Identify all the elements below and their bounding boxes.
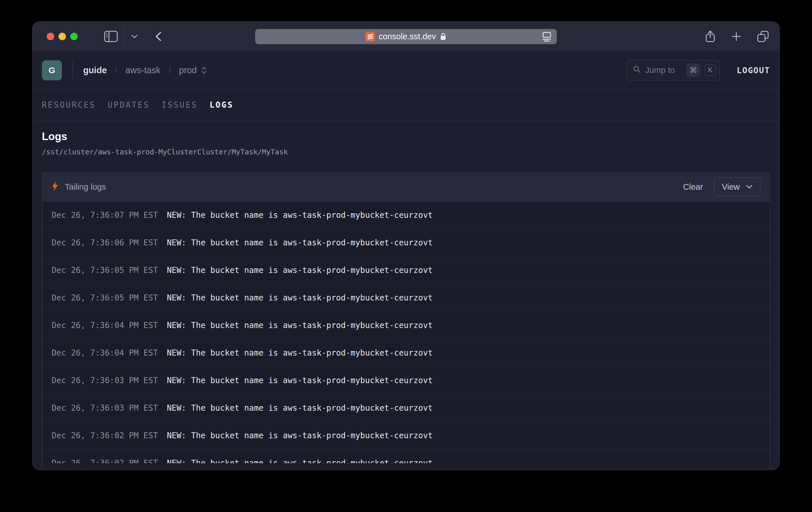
tab-issues[interactable]: ISSUES <box>162 100 198 110</box>
browser-window: console.sst.dev <box>33 22 779 469</box>
new-tab-icon[interactable] <box>731 31 742 42</box>
log-row[interactable]: Dec 26, 7:36:05 PM EST NEW: The bucket n… <box>42 284 770 312</box>
chevron-down-icon <box>746 185 752 189</box>
minimize-window-button[interactable] <box>58 33 66 40</box>
log-timestamp: Dec 26, 7:36:06 PM EST <box>52 238 167 247</box>
log-row[interactable]: Dec 26, 7:36:03 PM EST NEW: The bucket n… <box>42 367 770 394</box>
breadcrumb-separator: / <box>115 65 118 76</box>
log-message: NEW: The bucket name is aws-task-prod-my… <box>167 403 433 413</box>
back-button[interactable] <box>154 31 162 42</box>
breadcrumb-app[interactable]: aws-task <box>125 65 160 76</box>
log-timestamp: Dec 26, 7:36:02 PM EST <box>52 431 167 440</box>
sidebar-toggle-icon[interactable] <box>104 31 118 42</box>
log-row[interactable]: Dec 26, 7:36:04 PM EST NEW: The bucket n… <box>42 312 770 339</box>
log-message: NEW: The bucket name is aws-task-prod-my… <box>167 376 433 385</box>
log-group-path: /sst/cluster/aws-task-prod-MyClusterClus… <box>42 147 770 157</box>
log-panel: Tailing logs Clear View Dec 26, 7:36:07 … <box>42 172 770 469</box>
log-rows: Dec 26, 7:36:07 PM EST NEW: The bucket n… <box>42 201 770 463</box>
logout-button[interactable]: LOGOUT <box>736 65 770 75</box>
log-panel-header: Tailing logs Clear View <box>42 173 770 201</box>
window-controls <box>47 33 78 40</box>
log-timestamp: Dec 26, 7:36:04 PM EST <box>52 348 167 358</box>
site-favicon <box>365 32 375 42</box>
close-window-button[interactable] <box>47 33 54 40</box>
log-timestamp: Dec 26, 7:36:03 PM EST <box>52 403 167 413</box>
breadcrumb-stage[interactable]: prod <box>179 65 197 76</box>
share-icon[interactable] <box>705 30 716 43</box>
lock-icon <box>439 32 447 41</box>
browser-toolbar: console.sst.dev <box>33 22 779 51</box>
log-row[interactable]: Dec 26, 7:36:03 PM EST NEW: The bucket n… <box>42 394 770 422</box>
log-row[interactable]: Dec 26, 7:36:02 PM EST NEW: The bucket n… <box>42 422 770 450</box>
search-icon <box>633 65 641 75</box>
log-timestamp: Dec 26, 7:36:05 PM EST <box>52 293 167 302</box>
workspace-avatar[interactable]: G <box>42 60 62 80</box>
log-timestamp: Dec 26, 7:36:04 PM EST <box>52 321 167 330</box>
address-bar[interactable]: console.sst.dev <box>255 29 557 44</box>
tab-overview-icon[interactable] <box>757 30 769 43</box>
clear-button[interactable]: Clear <box>683 182 703 192</box>
url-text: console.sst.dev <box>379 32 436 41</box>
jump-to-search[interactable]: Jump to ⌘ K <box>627 60 720 81</box>
tab-resources[interactable]: RESOURCES <box>42 100 96 110</box>
breadcrumb: guide / aws-task / prod <box>83 65 207 76</box>
header-divider <box>72 61 73 80</box>
log-timestamp: Dec 26, 7:36:05 PM EST <box>52 266 167 275</box>
stage-selector-icon[interactable] <box>201 66 207 75</box>
log-row-clipped[interactable]: Dec 26, 7:36:02 PM EST NEW: The bucket n… <box>42 450 770 463</box>
jump-to-placeholder: Jump to <box>645 65 675 75</box>
page-title: Logs <box>42 130 770 143</box>
log-message: NEW: The bucket name is aws-task-prod-my… <box>167 210 433 220</box>
sidebar-chevron-down-icon[interactable] <box>131 34 138 39</box>
toolbar-divider <box>124 29 125 44</box>
log-timestamp: Dec 26, 7:36:07 PM EST <box>52 210 167 220</box>
page-settings-icon[interactable] <box>542 32 552 42</box>
view-dropdown[interactable]: View <box>714 178 760 196</box>
log-row[interactable]: Dec 26, 7:36:06 PM EST NEW: The bucket n… <box>42 229 770 257</box>
view-dropdown-label: View <box>722 182 740 192</box>
log-timestamp: Dec 26, 7:36:03 PM EST <box>52 376 167 385</box>
breadcrumb-workspace[interactable]: guide <box>83 65 107 76</box>
tailing-status-label: Tailing logs <box>65 182 106 192</box>
log-timestamp: Dec 26, 7:36:02 PM EST <box>52 458 167 463</box>
log-message: NEW: The bucket name is aws-task-prod-my… <box>167 348 433 358</box>
nav-tabbar: RESOURCES UPDATES ISSUES LOGS <box>33 90 779 120</box>
log-message: NEW: The bucket name is aws-task-prod-my… <box>167 293 433 302</box>
breadcrumb-separator: / <box>169 65 171 76</box>
page-content: Logs /sst/cluster/aws-task-prod-MyCluste… <box>33 120 779 469</box>
log-message: NEW: The bucket name is aws-task-prod-my… <box>167 266 433 275</box>
k-keycap: K <box>704 64 716 76</box>
log-message: NEW: The bucket name is aws-task-prod-my… <box>167 321 433 330</box>
log-row[interactable]: Dec 26, 7:36:07 PM EST NEW: The bucket n… <box>42 201 770 229</box>
log-message: NEW: The bucket name is aws-task-prod-my… <box>167 238 433 247</box>
log-message: NEW: The bucket name is aws-task-prod-my… <box>167 431 433 440</box>
tab-logs[interactable]: LOGS <box>210 100 233 110</box>
tab-updates[interactable]: UPDATES <box>108 100 150 110</box>
log-row[interactable]: Dec 26, 7:36:04 PM EST NEW: The bucket n… <box>42 339 770 367</box>
cmd-keycap: ⌘ <box>687 63 700 77</box>
log-message: NEW: The bucket name is aws-task-prod-my… <box>167 458 433 463</box>
log-row[interactable]: Dec 26, 7:36:05 PM EST NEW: The bucket n… <box>42 257 770 284</box>
app-header: G guide / aws-task / prod <box>33 51 779 90</box>
fullscreen-window-button[interactable] <box>70 33 78 40</box>
lightning-bolt-icon <box>52 181 58 193</box>
